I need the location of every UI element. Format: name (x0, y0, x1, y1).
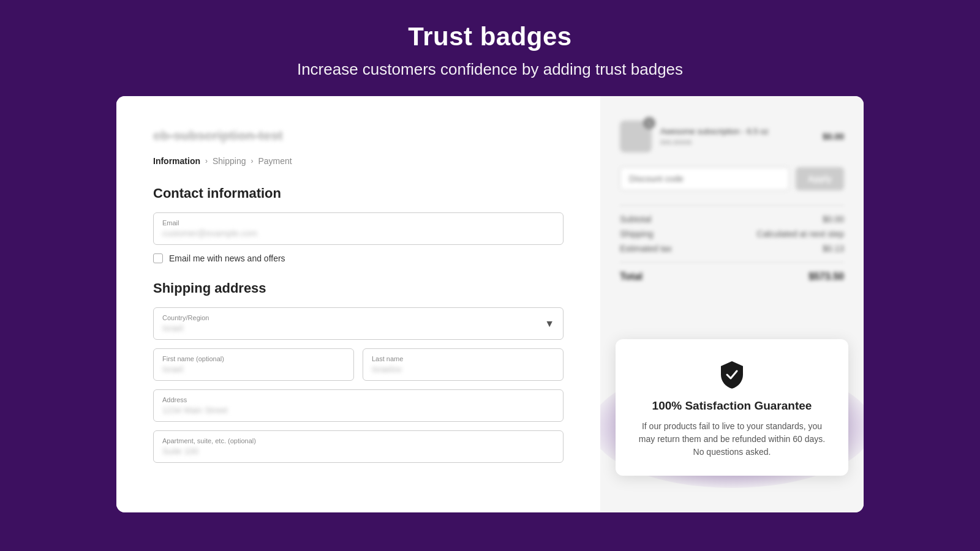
total-line: Total $573.50 (620, 271, 844, 282)
contact-section-title: Contact information (153, 186, 564, 201)
email-field-wrapper[interactable]: Email customer@example.com (153, 212, 564, 245)
breadcrumb-chevron-2: › (251, 157, 254, 165)
trust-badge-card: 100% Satisfaction Guarantee If our produ… (616, 339, 848, 476)
breadcrumb: Information › Shipping › Payment (153, 156, 564, 166)
last-name-field[interactable]: Last name Israelov (363, 348, 564, 381)
total-value: $573.50 (809, 271, 844, 282)
order-summary-panel: 1 Awesome subscription - 6.5 oz xxx.xxxx… (600, 96, 864, 512)
shipping-label: Shipping (620, 229, 654, 239)
apt-field[interactable]: Apartment, suite, etc. (optional) Suite … (153, 430, 564, 463)
breadcrumb-shipping[interactable]: Shipping (213, 156, 246, 166)
divider-1 (620, 205, 844, 206)
product-info: Awesome subscription - 6.5 oz xxx.xxxxx (660, 127, 814, 146)
chevron-down-icon: ▼ (545, 318, 554, 329)
breadcrumb-payment[interactable]: Payment (258, 156, 292, 166)
subtotal-value: $0.00 (823, 214, 844, 224)
apply-coupon-button[interactable]: Apply (796, 167, 844, 190)
newsletter-checkbox[interactable] (153, 253, 163, 263)
shipping-section-title: Shipping address (153, 280, 564, 296)
checkout-form-panel: cb-subscription-test Information › Shipp… (116, 96, 600, 512)
total-label: Total (620, 271, 643, 282)
country-label: Country/Region (162, 314, 209, 321)
coupon-row[interactable]: Apply (620, 167, 844, 190)
trust-badge-container: 100% Satisfaction Guarantee If our produ… (603, 339, 861, 476)
subtotal-label: Subtotal (620, 214, 651, 224)
trust-badge-title: 100% Satisfaction Guarantee (638, 399, 826, 413)
tax-value: $0.13 (823, 244, 844, 253)
newsletter-checkbox-row[interactable]: Email me with news and offers (153, 253, 564, 263)
shield-check-icon (716, 359, 748, 391)
page-subtitle: Increase customers confidence by adding … (297, 60, 683, 79)
name-fields-row: First name (optional) Israel Last name I… (153, 348, 564, 389)
address-label: Address (162, 396, 554, 403)
product-sub: xxx.xxxxx (660, 138, 814, 146)
main-container: cb-subscription-test Information › Shipp… (116, 96, 864, 512)
email-value: customer@example.com (162, 228, 554, 238)
product-quantity-badge: 1 (643, 117, 655, 129)
apt-label: Apartment, suite, etc. (optional) (162, 437, 554, 444)
divider-2 (620, 262, 844, 263)
address-field[interactable]: Address 1234 Main Street (153, 389, 564, 422)
product-thumbnail: 1 (620, 121, 652, 152)
apt-value: Suite 100 (162, 446, 554, 456)
page-header: Trust badges Increase customers confiden… (297, 0, 683, 96)
email-label: Email (162, 219, 554, 227)
product-name: Awesome subscription - 6.5 oz (660, 127, 814, 136)
order-item: 1 Awesome subscription - 6.5 oz xxx.xxxx… (620, 121, 844, 152)
trust-badge-description: If our products fail to live to your sta… (638, 420, 826, 459)
country-select[interactable]: Country/Region Israel ▼ (153, 307, 564, 340)
first-name-label: First name (optional) (162, 355, 345, 362)
tax-line: Estimated tax $0.13 (620, 244, 844, 253)
page-title: Trust badges (297, 22, 683, 51)
shipping-value: Calculated at next step (757, 229, 844, 239)
breadcrumb-information[interactable]: Information (153, 156, 200, 166)
coupon-input[interactable] (620, 167, 790, 190)
address-value: 1234 Main Street (162, 405, 554, 415)
country-value: Israel (162, 323, 209, 333)
tax-label: Estimated tax (620, 244, 672, 253)
newsletter-label: Email me with news and offers (169, 253, 285, 263)
first-name-field[interactable]: First name (optional) Israel (153, 348, 354, 381)
last-name-label: Last name (372, 355, 554, 362)
product-price: $0.00 (823, 132, 844, 141)
store-name: cb-subscription-test (153, 128, 564, 144)
subtotal-line: Subtotal $0.00 (620, 214, 844, 224)
first-name-value: Israel (162, 364, 345, 374)
last-name-value: Israelov (372, 364, 554, 374)
shipping-line: Shipping Calculated at next step (620, 229, 844, 239)
breadcrumb-chevron-1: › (205, 157, 208, 165)
